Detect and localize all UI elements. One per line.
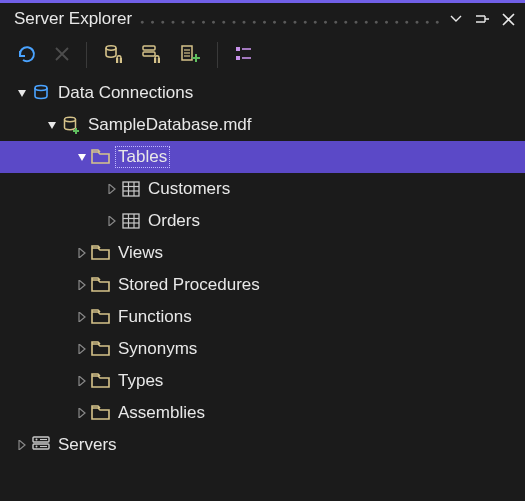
folder-icon — [90, 372, 112, 390]
svg-rect-5 — [154, 58, 156, 63]
connect-database-icon[interactable] — [103, 43, 125, 68]
expand-collapse-icon[interactable] — [104, 184, 120, 194]
tree-view[interactable]: Data Connections SampleDatabase.mdf — [0, 75, 525, 461]
tree-node-functions[interactable]: Functions — [0, 301, 525, 333]
folder-icon — [90, 340, 112, 358]
svg-rect-1 — [116, 58, 118, 63]
tree-node-label: Customers — [148, 179, 230, 199]
sort-icon[interactable] — [234, 44, 254, 67]
refresh-icon[interactable] — [16, 43, 38, 68]
svg-rect-11 — [236, 47, 240, 51]
expand-collapse-icon[interactable] — [74, 280, 90, 290]
panel-title: Server Explorer — [14, 9, 132, 29]
expand-collapse-icon[interactable] — [104, 216, 120, 226]
svg-rect-2 — [120, 58, 122, 63]
tree-node-assemblies[interactable]: Assemblies — [0, 397, 525, 429]
database-icon — [60, 115, 82, 135]
expand-collapse-icon[interactable] — [14, 88, 30, 98]
tree-node-label: SampleDatabase.mdf — [88, 115, 251, 135]
tree-node-label: Synonyms — [118, 339, 197, 359]
table-icon — [120, 213, 142, 229]
svg-rect-22 — [123, 214, 139, 228]
tree-node-table-customers[interactable]: Customers — [0, 173, 525, 205]
tree-node-label: Servers — [58, 435, 117, 455]
svg-point-0 — [106, 45, 116, 49]
tree-node-stored-procedures[interactable]: Stored Procedures — [0, 269, 525, 301]
svg-point-16 — [65, 117, 76, 121]
close-icon[interactable] — [502, 13, 515, 26]
folder-icon — [90, 148, 112, 166]
svg-rect-4 — [143, 52, 155, 56]
tree-node-database[interactable]: SampleDatabase.mdf — [0, 109, 525, 141]
tree-node-label: Views — [118, 243, 163, 263]
pin-icon[interactable] — [474, 11, 490, 27]
tree-node-label: Functions — [118, 307, 192, 327]
folder-icon — [90, 276, 112, 294]
svg-rect-12 — [236, 56, 240, 60]
tree-node-label: Assemblies — [118, 403, 205, 423]
stop-icon — [54, 46, 70, 65]
svg-point-30 — [36, 446, 38, 448]
svg-rect-17 — [123, 182, 139, 196]
svg-point-29 — [36, 439, 38, 441]
folder-icon — [90, 404, 112, 422]
add-service-icon[interactable] — [179, 43, 201, 68]
window-dropdown-icon[interactable] — [450, 15, 462, 23]
tree-node-label: Tables — [115, 146, 170, 168]
folder-icon — [90, 244, 112, 262]
expand-collapse-icon[interactable] — [74, 344, 90, 354]
tree-node-table-orders[interactable]: Orders — [0, 205, 525, 237]
tree-node-views[interactable]: Views — [0, 237, 525, 269]
tree-node-label: Types — [118, 371, 163, 391]
expand-collapse-icon[interactable] — [74, 248, 90, 258]
svg-rect-6 — [158, 58, 160, 63]
tree-node-data-connections[interactable]: Data Connections — [0, 77, 525, 109]
expand-collapse-icon[interactable] — [74, 152, 90, 162]
toolbar-separator — [217, 42, 218, 68]
expand-collapse-icon[interactable] — [74, 312, 90, 322]
tree-node-synonyms[interactable]: Synonyms — [0, 333, 525, 365]
tree-node-label: Stored Procedures — [118, 275, 260, 295]
expand-collapse-icon[interactable] — [14, 440, 30, 450]
folder-icon — [90, 308, 112, 326]
server-icon — [30, 435, 52, 455]
svg-rect-3 — [143, 46, 155, 50]
tree-node-types[interactable]: Types — [0, 365, 525, 397]
toolbar — [0, 35, 525, 75]
server-explorer-panel: Server Explorer ● ● ● ● ● ● ● ● ● ● ● ● … — [0, 0, 525, 501]
expand-collapse-icon[interactable] — [74, 408, 90, 418]
database-group-icon — [30, 83, 52, 103]
title-bar-grip[interactable]: ● ● ● ● ● ● ● ● ● ● ● ● ● ● ● ● ● ● ● ● … — [140, 18, 444, 25]
expand-collapse-icon[interactable] — [74, 376, 90, 386]
expand-collapse-icon[interactable] — [44, 120, 60, 130]
toolbar-separator — [86, 42, 87, 68]
tree-node-tables[interactable]: Tables — [0, 141, 525, 173]
table-icon — [120, 181, 142, 197]
tree-node-label: Orders — [148, 211, 200, 231]
connect-server-icon[interactable] — [141, 43, 163, 68]
svg-point-15 — [35, 86, 47, 91]
panel-title-bar: Server Explorer ● ● ● ● ● ● ● ● ● ● ● ● … — [0, 0, 525, 35]
tree-node-servers[interactable]: Servers — [0, 429, 525, 461]
tree-node-label: Data Connections — [58, 83, 193, 103]
